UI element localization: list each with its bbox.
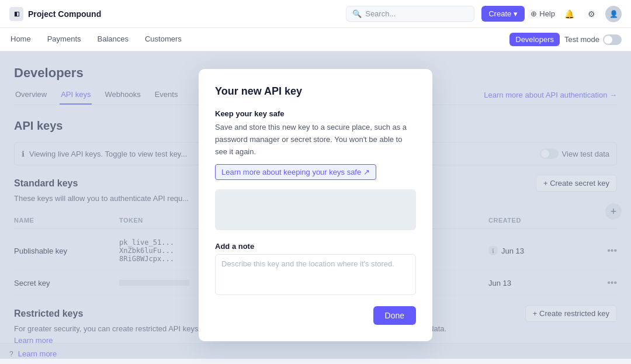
learn-keys-safe-link[interactable]: Learn more about keeping your keys safe … <box>215 164 376 180</box>
top-nav: ◧ Project Compound 🔍 Search... Create ▾ … <box>0 0 631 28</box>
done-button[interactable]: Done <box>373 306 416 325</box>
nav-tab-payments[interactable]: Payments <box>46 28 82 51</box>
add-note-label: Add a note <box>215 242 416 251</box>
learn-keys-safe-label: Learn more about keeping your keys safe <box>221 168 361 176</box>
help-icon: ⊕ <box>531 9 537 18</box>
nav-tab-balances[interactable]: Balances <box>96 28 130 51</box>
chevron-down-icon: ▾ <box>514 9 518 18</box>
nav-tab-customers[interactable]: Customers <box>144 28 183 51</box>
modal-footer: Done <box>215 306 416 325</box>
secondary-nav: Home Payments Balances Customers Develop… <box>0 28 631 51</box>
note-textarea[interactable] <box>215 254 416 295</box>
external-link-icon: ↗ <box>363 168 370 176</box>
search-bar[interactable]: 🔍 Search... <box>346 6 474 22</box>
nav-right: Create ▾ ⊕ Help 🔔 ⚙ 👤 <box>481 6 622 22</box>
nav-tab-home[interactable]: Home <box>9 28 32 51</box>
notifications-icon[interactable]: 🔔 <box>561 6 577 22</box>
main-area: Developers Overview API keys Webhooks Ev… <box>0 51 631 359</box>
key-display-box <box>215 189 416 230</box>
settings-icon[interactable]: ⚙ <box>583 6 599 22</box>
modal-overlay: Your new API key Keep your key safe Save… <box>0 51 631 359</box>
testmode-label: Test mode <box>564 35 599 44</box>
testmode-track[interactable] <box>603 34 622 45</box>
create-button[interactable]: Create ▾ <box>481 6 525 22</box>
modal-title: Your new API key <box>215 85 416 98</box>
keep-safe-label: Keep your key safe <box>215 109 416 118</box>
keep-safe-text: Save and store this new key to a secure … <box>215 122 416 158</box>
modal: Your new API key Keep your key safe Save… <box>199 69 432 341</box>
nav-right-tabs: Developers Test mode <box>509 33 622 46</box>
app-name: Project Compound <box>28 9 101 19</box>
search-placeholder: Search... <box>365 9 396 18</box>
testmode-toggle: Test mode <box>564 34 622 45</box>
avatar[interactable]: 👤 <box>605 6 622 22</box>
search-icon: 🔍 <box>352 9 362 18</box>
developers-badge[interactable]: Developers <box>509 33 560 46</box>
app-logo: ◧ Project Compound <box>9 7 101 21</box>
help-button[interactable]: ⊕ Help <box>531 9 555 18</box>
logo-icon: ◧ <box>9 7 23 21</box>
testmode-thumb <box>604 36 612 44</box>
